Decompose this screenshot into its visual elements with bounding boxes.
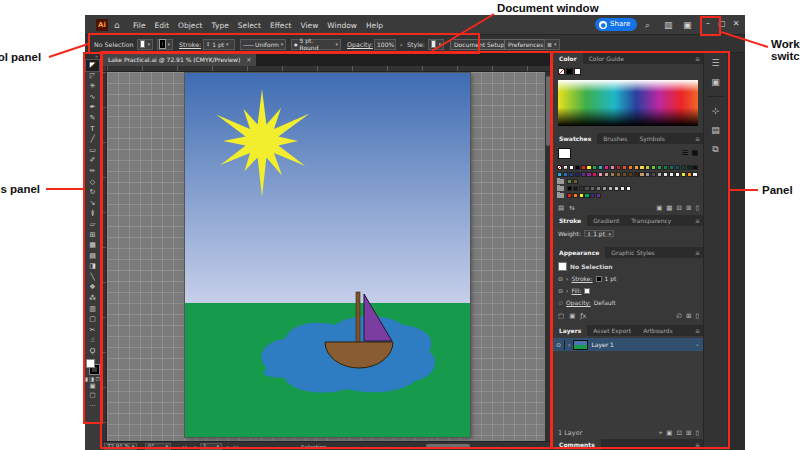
free-transform-tool[interactable]: ▱ xyxy=(86,219,99,230)
vertical-scrollbar-thumb[interactable] xyxy=(546,76,550,146)
swatch[interactable] xyxy=(596,193,601,198)
swatch[interactable] xyxy=(663,172,668,177)
swatch[interactable] xyxy=(610,165,615,170)
swatch[interactable] xyxy=(634,165,639,170)
artboard-tool[interactable]: ▢ xyxy=(86,314,99,325)
lasso-tool[interactable]: ∿ xyxy=(86,92,99,103)
comments-tab-comments[interactable]: Comments xyxy=(553,439,601,450)
export-panel-icon[interactable]: ▤ xyxy=(711,125,720,135)
home-icon[interactable]: ⌂ xyxy=(114,19,120,31)
swatch[interactable] xyxy=(651,172,656,177)
menu-effect[interactable]: Effect xyxy=(270,21,292,30)
appearance-fill-chip[interactable] xyxy=(584,288,590,294)
search-icon[interactable]: ⌕ xyxy=(645,18,650,32)
eraser-tool[interactable]: ◇ xyxy=(86,177,99,188)
swatch[interactable] xyxy=(581,165,586,170)
menu-view[interactable]: View xyxy=(301,21,319,30)
swatch[interactable] xyxy=(567,186,572,191)
color-tab-color[interactable]: Color xyxy=(553,53,583,64)
preferences-button[interactable]: Preferences xyxy=(504,39,547,50)
arrange-documents-icon[interactable]: ▥ xyxy=(664,18,673,32)
opacity-field[interactable]: 100% xyxy=(374,39,396,50)
add-fill-icon[interactable]: ▣ xyxy=(569,312,575,320)
appearance-opacity-row[interactable]: ⊙ Opacity: Default xyxy=(553,299,703,306)
style-well[interactable]: ▾ xyxy=(428,39,444,50)
swatch[interactable] xyxy=(669,172,674,177)
swatch[interactable] xyxy=(622,172,627,177)
swatch[interactable] xyxy=(557,172,562,177)
stroke-tab-transparency[interactable]: Transparency xyxy=(625,215,677,226)
tools-collapse-icon[interactable]: » xyxy=(85,53,100,60)
swatch[interactable] xyxy=(596,186,601,191)
swatch[interactable] xyxy=(675,165,680,170)
swatch[interactable] xyxy=(610,172,615,177)
rotate-tool[interactable]: ↻ xyxy=(86,187,99,198)
color-chip[interactable] xyxy=(574,68,581,75)
weight-field[interactable]: ↕1 pt▾ xyxy=(584,230,614,237)
share-button[interactable]: ● Share xyxy=(595,18,637,31)
locate-object-icon[interactable]: ⌖ xyxy=(659,429,663,437)
brush-select[interactable]: ●5 pt. Round▾ xyxy=(291,39,341,50)
swatch[interactable] xyxy=(616,165,621,170)
color-group-folder-icon[interactable] xyxy=(557,186,564,191)
align-options-icon[interactable]: ≣▾ xyxy=(544,39,560,50)
color-tab-color-guide[interactable]: Color Guide xyxy=(583,53,630,64)
swatch[interactable] xyxy=(569,172,574,177)
swatch[interactable] xyxy=(616,172,621,177)
swatch-options-icon[interactable]: ▦ xyxy=(666,204,672,212)
swatch[interactable] xyxy=(604,165,609,170)
layers-tab-asset-export[interactable]: Asset Export xyxy=(587,325,637,336)
swatch[interactable] xyxy=(598,172,603,177)
horizontal-scrollbar-thumb[interactable] xyxy=(426,444,470,448)
swatch-none[interactable] xyxy=(557,165,562,170)
curvature-tool[interactable]: ✎ xyxy=(86,113,99,124)
color-mode-icon[interactable]: ▮ xyxy=(85,376,88,382)
menu-object[interactable]: Object xyxy=(178,21,202,30)
swatch[interactable] xyxy=(681,172,686,177)
swatch-kinds-icon[interactable]: ▣ xyxy=(656,204,662,212)
swatch[interactable] xyxy=(579,193,584,198)
layer-name[interactable]: Layer 1 xyxy=(591,341,613,348)
swatch[interactable] xyxy=(586,165,591,170)
properties-panel-icon[interactable]: ☰ xyxy=(711,58,719,68)
none-color-chip[interactable] xyxy=(558,68,565,75)
stroke-color-well[interactable]: ▾ xyxy=(157,39,173,50)
swatch[interactable] xyxy=(628,165,633,170)
layer-visibility-eye-icon[interactable]: ⊙ xyxy=(556,341,561,348)
swatch[interactable] xyxy=(626,186,631,191)
new-color-group-icon[interactable]: ⊟ xyxy=(677,204,682,212)
stroke-tab-gradient[interactable]: Gradient xyxy=(587,215,625,226)
close-button[interactable]: ✕ xyxy=(729,15,743,34)
swatch[interactable] xyxy=(590,193,595,198)
swatch[interactable] xyxy=(620,186,625,191)
menu-type[interactable]: Type xyxy=(212,21,229,30)
appearance-stroke-row[interactable]: ⊙› Stroke: 1 pt xyxy=(553,275,703,282)
width-tool[interactable]: ≬ xyxy=(86,208,99,219)
menu-help[interactable]: Help xyxy=(366,21,383,30)
artboard[interactable] xyxy=(185,73,470,437)
swatch[interactable] xyxy=(590,186,595,191)
visibility-eye-icon[interactable]: ⊙ xyxy=(558,287,563,294)
stroke-weight-field[interactable]: ↕1 pt▾ xyxy=(203,39,235,50)
hand-tool[interactable]: ☝ xyxy=(86,335,99,346)
clipping-mask-icon[interactable]: ▣ xyxy=(666,429,672,437)
swatch[interactable] xyxy=(634,172,639,177)
color-spectrum[interactable] xyxy=(558,80,698,126)
paintbrush-tool[interactable]: ✐ xyxy=(86,155,99,166)
layer-thumbnail[interactable] xyxy=(573,340,588,350)
swatch[interactable] xyxy=(573,193,578,198)
workspace-switcher-icon[interactable]: ▣ xyxy=(683,18,692,32)
swatch[interactable] xyxy=(584,193,589,198)
fill-color-well[interactable]: ▾ xyxy=(137,39,153,50)
edit-toolbar-icon[interactable]: … xyxy=(89,400,96,409)
magic-wand-tool[interactable]: ✳ xyxy=(86,81,99,92)
draw-mode-icon[interactable]: ▣ xyxy=(89,382,95,391)
color-menu-icon[interactable]: ≡ xyxy=(695,55,700,62)
menu-window[interactable]: Window xyxy=(327,21,357,30)
delete-swatch-icon[interactable]: ▯ xyxy=(695,204,699,212)
swatch[interactable] xyxy=(598,165,603,170)
eyedropper-tool[interactable]: ╲ xyxy=(86,272,99,283)
stroke-menu-icon[interactable]: ≡ xyxy=(695,217,700,224)
artboard-number-select[interactable]: 1▾ xyxy=(200,443,222,450)
layer-expand-icon[interactable]: › xyxy=(568,341,570,348)
